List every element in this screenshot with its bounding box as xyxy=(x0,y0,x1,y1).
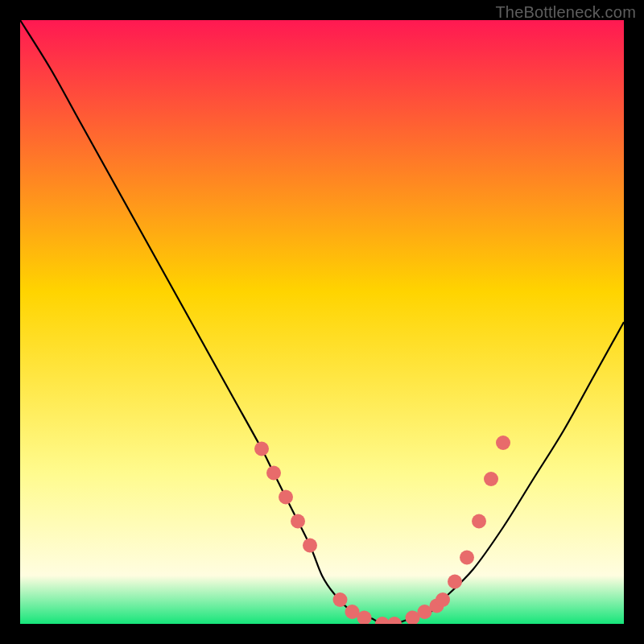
marker-dot xyxy=(436,592,450,607)
marker-dot xyxy=(303,539,317,553)
marker-dots xyxy=(254,436,510,624)
marker-dot xyxy=(472,514,486,529)
marker-dot xyxy=(484,472,498,486)
marker-dot xyxy=(266,466,281,481)
marker-dot xyxy=(279,490,293,505)
marker-dot xyxy=(460,551,474,565)
bottleneck-curve xyxy=(20,20,624,624)
marker-dot xyxy=(333,592,348,607)
marker-dot xyxy=(254,442,269,456)
marker-dot xyxy=(496,436,510,450)
marker-dot xyxy=(387,617,402,624)
marker-dot xyxy=(291,514,305,529)
marker-dot xyxy=(448,575,462,589)
curve-layer xyxy=(20,20,624,624)
watermark-text: TheBottleneck.com xyxy=(495,3,636,22)
bottleneck-chart xyxy=(20,20,624,624)
